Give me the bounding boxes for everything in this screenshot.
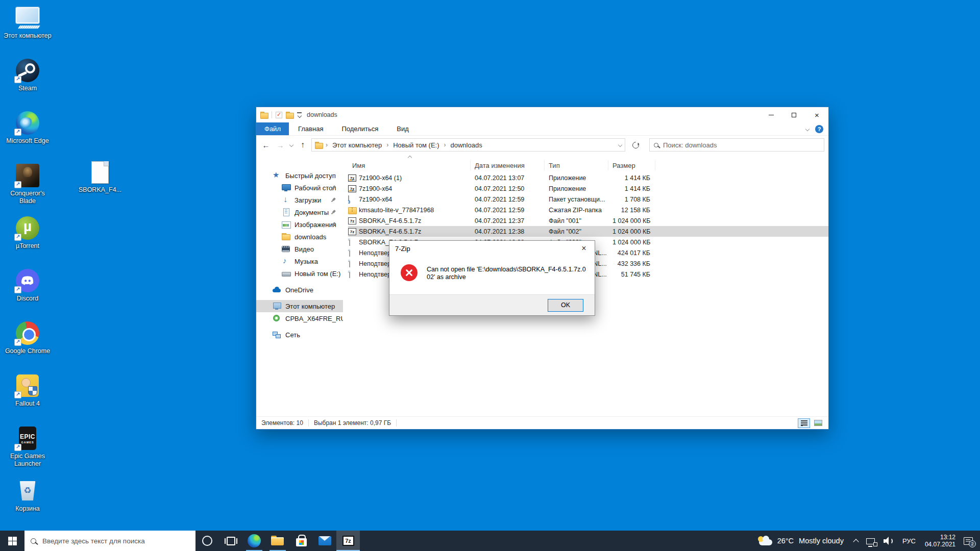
desktop-icon-conquerors-blade[interactable]: Conqueror's Blade	[3, 164, 52, 211]
sidebar-item-dvd-drive[interactable]: CPBA_X64FRE_RU-RU	[256, 312, 343, 324]
shortcut-arrow-icon	[14, 339, 21, 346]
column-header-date[interactable]: Дата изменения	[471, 160, 545, 170]
breadcrumb-separator: ›	[385, 141, 389, 148]
desktop-icon-label: Google Chrome	[5, 347, 50, 355]
column-header-name[interactable]: Имя	[348, 160, 471, 170]
task-view-button[interactable]	[219, 531, 242, 551]
system-tray: 26°C Mostly cloudy РУС 13:12 04.07.2021 …	[753, 531, 980, 551]
up-button[interactable]: ↑	[297, 140, 308, 149]
customize-qat-button[interactable]	[297, 112, 302, 117]
breadcrumb-drive-e[interactable]: Новый том (E:)	[391, 141, 440, 149]
new-folder-icon[interactable]	[286, 112, 293, 118]
sidebar-item-network[interactable]: Сеть	[256, 329, 343, 341]
utorrent-icon	[16, 216, 39, 240]
clock[interactable]: 13:12 04.07.2021	[920, 534, 961, 548]
desktop-icon-epic-games[interactable]: EPICGAMES Epic Games Launcher	[3, 427, 52, 474]
file-row[interactable]: kmsauto-lite-v_778471968 04.07.2021 12:5…	[348, 205, 828, 215]
sidebar-item-music[interactable]: Музыка	[256, 255, 343, 267]
desktop-icon-label: Epic Games Launcher	[4, 453, 52, 468]
address-box[interactable]: › Этот компьютер › Новый том (E:) › down…	[311, 138, 625, 152]
address-dropdown-icon[interactable]	[618, 143, 622, 147]
taskbar-explorer-button[interactable]	[266, 531, 289, 551]
weather-widget[interactable]: 26°C Mostly cloudy	[753, 537, 850, 545]
file-row[interactable]: 7zSBORKA_F4-6.5.1.7z 04.07.2021 12:37Фай…	[348, 215, 828, 226]
desktop-icon-this-pc[interactable]: Этот компьютер	[3, 6, 52, 54]
taskbar-mail-button[interactable]	[313, 531, 336, 551]
volume-tray-button[interactable]	[879, 536, 898, 546]
7zip-icon: 7z	[342, 536, 354, 546]
ok-button[interactable]: OK	[548, 299, 583, 312]
taskbar-7zip-button[interactable]: 7z	[336, 531, 360, 551]
dialog-close-button[interactable]: ×	[573, 241, 595, 256]
expand-ribbon-icon[interactable]	[805, 127, 810, 131]
desktop-icon-utorrent[interactable]: µTorrent	[3, 216, 52, 264]
blank-file-icon	[91, 161, 109, 184]
desktop-icon-discord[interactable]: Discord	[3, 269, 52, 316]
minimize-button[interactable]	[760, 107, 782, 122]
tab-view[interactable]: Вид	[387, 122, 418, 135]
discord-icon	[16, 269, 39, 292]
help-icon[interactable]: ?	[815, 125, 823, 133]
breadcrumb-downloads[interactable]: downloads	[449, 141, 484, 149]
hidden-icons-button[interactable]	[850, 538, 862, 544]
sidebar-item-desktop[interactable]: Рабочий стол	[256, 182, 343, 194]
column-header-type[interactable]: Тип	[545, 160, 608, 170]
desktop-icon-label: Conqueror's Blade	[4, 190, 52, 205]
desktop-icon-edge[interactable]: Microsoft Edge	[3, 111, 52, 159]
taskbar-search-input[interactable]	[41, 537, 189, 545]
explorer-search-input[interactable]	[662, 141, 820, 149]
close-button[interactable]: ×	[805, 107, 828, 122]
7zip-exe-icon: 7z	[348, 174, 356, 182]
language-indicator[interactable]: РУС	[898, 537, 920, 545]
chevron-up-icon	[853, 539, 859, 544]
desktop-icon-recycle-bin[interactable]: Корзина	[3, 479, 52, 527]
recent-locations-icon[interactable]	[289, 143, 293, 147]
sidebar-item-videos[interactable]: Видео	[256, 243, 343, 255]
taskbar-store-button[interactable]	[289, 531, 313, 551]
desktop-file-sborka[interactable]: SBORKA_F4...	[76, 161, 125, 194]
back-button[interactable]: ←	[260, 141, 272, 149]
file-row[interactable]: 7z7z1900-x64 (1) 04.07.2021 13:07Приложе…	[348, 172, 828, 183]
close-icon: ×	[815, 111, 819, 119]
speaker-icon	[883, 536, 894, 546]
sidebar-item-downloads-folder[interactable]: downloads	[256, 231, 343, 243]
sidebar-item-onedrive[interactable]: OneDrive	[256, 284, 343, 296]
maximize-button[interactable]	[782, 107, 805, 122]
sidebar-item-downloads-quick[interactable]: Загрузки	[256, 194, 343, 206]
sidebar-item-pictures[interactable]: Изображения	[256, 218, 343, 231]
details-view-button[interactable]	[798, 418, 810, 428]
tab-file[interactable]: Файл	[256, 122, 289, 135]
7zip-archive-icon: 7z	[348, 228, 356, 235]
sidebar-item-documents[interactable]: Документы	[256, 206, 343, 218]
properties-check-icon[interactable]	[276, 112, 282, 118]
network-tray-button[interactable]	[862, 537, 879, 544]
network-icon	[273, 331, 281, 339]
epic-games-icon: EPICGAMES	[16, 427, 39, 450]
tab-home[interactable]: Главная	[289, 122, 332, 135]
file-row[interactable]: 7z7z1900-x64 04.07.2021 12:50Приложение1…	[348, 183, 828, 194]
thumbnails-view-button[interactable]	[812, 418, 824, 428]
error-icon	[401, 264, 418, 281]
refresh-icon[interactable]	[631, 140, 640, 149]
desktop-icon-steam[interactable]: Steam	[3, 59, 52, 106]
forward-button[interactable]: →	[275, 141, 286, 149]
desktop-icon-fallout4[interactable]: Fallout 4	[3, 374, 52, 421]
sidebar-item-quick-access[interactable]: Быстрый доступ	[256, 169, 343, 182]
tab-share[interactable]: Поделиться	[332, 122, 387, 135]
cortana-button[interactable]	[195, 531, 219, 551]
start-button[interactable]	[0, 531, 24, 551]
dialog-footer: OK	[389, 294, 595, 315]
maximize-icon	[792, 113, 796, 117]
breadcrumb-this-pc[interactable]: Этот компьютер	[331, 141, 383, 149]
desktop-icon-chrome[interactable]: Google Chrome	[3, 321, 52, 369]
search-icon	[31, 538, 36, 544]
sidebar-item-drive-e[interactable]: Новый том (E:)	[256, 267, 343, 280]
file-row[interactable]: 7z1900-x64 04.07.2021 12:59Пакет установ…	[348, 194, 828, 205]
taskbar-edge-button[interactable]	[242, 531, 266, 551]
notification-center-button[interactable]: 2	[964, 537, 973, 545]
sidebar-item-this-pc[interactable]: Этот компьютер	[256, 300, 343, 312]
file-row-selected[interactable]: 7zSBORKA_F4-6.5.1.7z 04.07.2021 12:38Фай…	[348, 226, 828, 237]
column-header-size[interactable]: Размер	[608, 160, 655, 170]
desktop-file-label: SBORKA_F4...	[79, 186, 121, 194]
shortcut-arrow-icon	[14, 391, 21, 398]
